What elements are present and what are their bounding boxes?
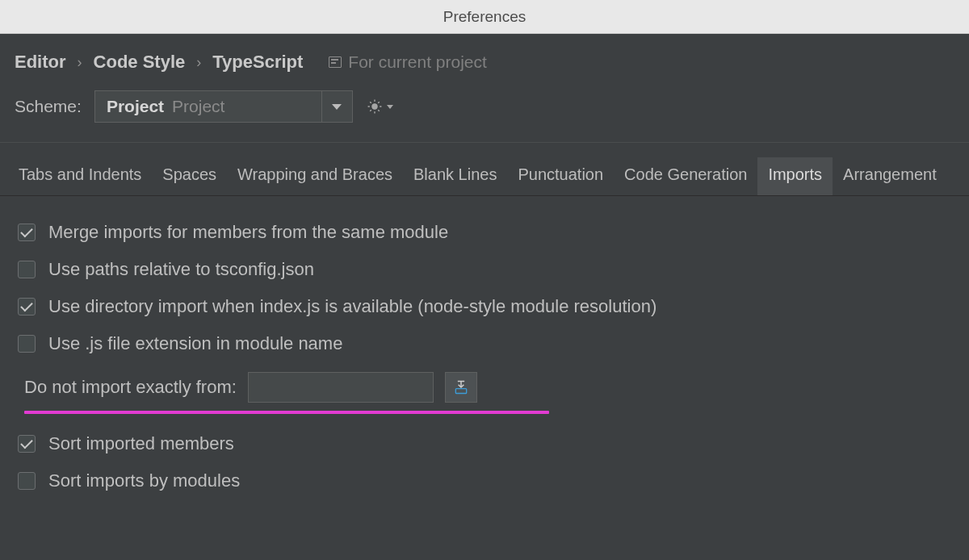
option-use-js-extension[interactable]: Use .js file extension in module name <box>18 325 951 362</box>
option-sort-imports-by-modules[interactable]: Sort imports by modules <box>18 462 951 499</box>
breadcrumb-sep: › <box>78 54 82 71</box>
gear-icon <box>366 98 384 115</box>
option-label: Sort imported members <box>48 433 234 454</box>
checkbox-merge-imports[interactable] <box>18 224 36 241</box>
scope-indicator: For current project <box>329 52 487 72</box>
option-label: Sort imports by modules <box>48 470 240 491</box>
checkbox-sort-imports-by-modules[interactable] <box>18 472 36 490</box>
expand-list-button[interactable] <box>445 372 477 403</box>
scheme-label: Scheme: <box>15 97 82 116</box>
scope-label: For current project <box>348 52 487 72</box>
tab-blank-lines[interactable]: Blank Lines <box>403 157 507 195</box>
checkbox-sort-imported-members[interactable] <box>18 435 36 453</box>
breadcrumb: Editor › Code Style › TypeScript For cur… <box>0 34 969 87</box>
tab-tabs-and-indents[interactable]: Tabs and Indents <box>8 157 152 195</box>
chevron-down-icon <box>332 104 342 110</box>
tab-punctuation[interactable]: Punctuation <box>507 157 614 195</box>
scheme-settings-button[interactable] <box>366 98 393 115</box>
tab-wrapping-and-braces[interactable]: Wrapping and Braces <box>227 157 403 195</box>
option-do-not-import: Do not import exactly from: <box>18 362 951 407</box>
option-label: Use directory import when index.js is av… <box>48 296 656 317</box>
titlebar: Preferences <box>0 0 969 34</box>
scheme-row: Scheme: Project Project <box>0 87 969 142</box>
breadcrumb-item-editor[interactable]: Editor <box>15 52 66 73</box>
tab-code-generation[interactable]: Code Generation <box>614 157 757 195</box>
checkbox-use-directory-import[interactable] <box>18 298 36 316</box>
option-merge-imports[interactable]: Merge imports for members from the same … <box>18 214 951 251</box>
project-scope-icon <box>329 56 342 68</box>
option-label: Use .js file extension in module name <box>48 333 342 354</box>
checkbox-use-paths-relative[interactable] <box>18 261 36 278</box>
option-use-directory-import[interactable]: Use directory import when index.js is av… <box>18 288 951 325</box>
checkbox-use-js-extension[interactable] <box>18 335 36 353</box>
option-label: Use paths relative to tsconfig.json <box>48 259 314 280</box>
expand-icon <box>453 379 469 395</box>
scheme-value: Project Project <box>95 97 321 116</box>
chevron-down-icon <box>387 105 393 109</box>
tab-spaces[interactable]: Spaces <box>152 157 227 195</box>
scheme-value-muted: Project <box>172 97 224 116</box>
highlight-underline <box>24 411 549 414</box>
scheme-value-bold: Project <box>107 97 164 116</box>
tabs-bar: Tabs and Indents Spaces Wrapping and Bra… <box>0 143 969 196</box>
scheme-dropdown-button[interactable] <box>321 91 352 122</box>
window-title: Preferences <box>443 8 526 26</box>
tab-imports[interactable]: Imports <box>757 157 833 195</box>
option-sort-imported-members[interactable]: Sort imported members <box>18 425 951 462</box>
options-panel: Merge imports for members from the same … <box>0 196 969 508</box>
content-area: Editor › Code Style › TypeScript For cur… <box>0 34 969 508</box>
breadcrumb-item-codestyle[interactable]: Code Style <box>94 52 186 73</box>
tab-arrangement[interactable]: Arrangement <box>833 157 947 195</box>
option-use-paths-relative[interactable]: Use paths relative to tsconfig.json <box>18 251 951 288</box>
do-not-import-input[interactable] <box>248 372 434 403</box>
do-not-import-label: Do not import exactly from: <box>24 377 237 398</box>
scheme-select[interactable]: Project Project <box>94 90 353 123</box>
breadcrumb-sep: › <box>196 54 201 71</box>
svg-rect-1 <box>455 389 466 394</box>
breadcrumb-item-typescript[interactable]: TypeScript <box>212 52 303 73</box>
option-label: Merge imports for members from the same … <box>48 222 448 243</box>
